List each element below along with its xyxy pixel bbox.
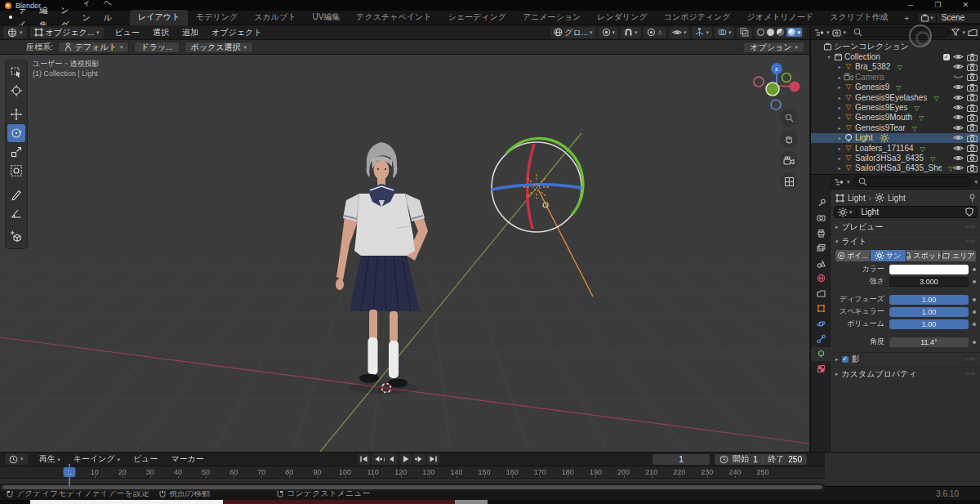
end-frame-value[interactable]: 250 (788, 455, 802, 464)
camera-view-button[interactable] (780, 151, 798, 169)
timeline-menu-playback[interactable]: 再生 ▾ (33, 452, 67, 467)
timeline-scrollbar[interactable] (0, 484, 825, 491)
timeline-editor-type-button[interactable]: ▾ (5, 453, 28, 465)
proportional-editing-toggle[interactable]: ∧ (644, 27, 666, 38)
keyframe-dot[interactable] (973, 280, 976, 283)
perspective-toggle-button[interactable] (780, 172, 798, 190)
scene-selector[interactable]: ▾ Scene ✕ (917, 12, 980, 24)
light-type-point[interactable]: ポイ... (835, 250, 870, 261)
prev-keyframe-button[interactable] (372, 454, 384, 465)
properties-tab-output[interactable] (811, 226, 831, 240)
maximize-button[interactable]: ❐ (934, 0, 941, 11)
properties-tab-view-layer[interactable] (811, 241, 831, 255)
show-gizmos-toggle[interactable]: ▾ (692, 27, 712, 38)
shading-material-button[interactable] (777, 29, 784, 36)
current-frame-field[interactable]: 1 (653, 454, 710, 465)
mode-select[interactable]: オブジェク...▾ (30, 27, 104, 38)
disclosure-triangle-icon[interactable]: ▾ (825, 54, 833, 60)
axis-y-negative[interactable] (782, 74, 791, 83)
properties-tab-scene[interactable] (811, 256, 831, 270)
outliner-filter-id-icon[interactable] (832, 29, 841, 37)
next-keyframe-button[interactable] (413, 454, 425, 465)
properties-tab-physics[interactable] (811, 317, 831, 331)
disable-in-renders-toggle[interactable] (967, 104, 978, 112)
transform-orientation-select[interactable]: グロ...▾ (550, 27, 595, 38)
prev-frame-button[interactable] (385, 454, 398, 465)
disable-in-renders-toggle[interactable] (967, 83, 978, 91)
disable-in-renders-toggle[interactable] (967, 123, 978, 132)
start-frame-value[interactable]: 1 (753, 455, 758, 464)
timeline-menu-marker[interactable]: マーカー (165, 452, 211, 467)
tool-cursor[interactable] (7, 82, 25, 100)
pivot-point-select[interactable]: ▾ (599, 27, 619, 38)
breadcrumb-data[interactable]: Light (888, 194, 906, 203)
zoom-button[interactable] (780, 109, 798, 127)
hide-in-viewport-toggle[interactable] (953, 94, 964, 101)
new-collection-icon[interactable] (968, 29, 978, 37)
disclosure-triangle-icon[interactable]: ▸ (835, 155, 844, 161)
scene-name[interactable]: Scene (937, 13, 980, 22)
disable-in-renders-toggle[interactable] (967, 154, 978, 162)
tool-move[interactable] (7, 105, 25, 123)
jump-to-end-button[interactable] (427, 454, 439, 465)
keyframe-dot[interactable] (973, 323, 976, 326)
shadow-checkbox[interactable]: ✓ (842, 356, 849, 363)
orientation-preset-select[interactable]: デフォルト▾ (58, 42, 130, 53)
disclosure-triangle-icon[interactable]: ▸ (835, 84, 844, 90)
properties-tab-texture[interactable] (811, 362, 831, 376)
disclosure-triangle-icon[interactable]: ▸ (835, 105, 844, 110)
timeline-menu-keying[interactable]: キーイング ▾ (67, 452, 127, 467)
disable-in-renders-toggle[interactable] (967, 53, 978, 61)
tool-rotate[interactable] (7, 124, 25, 142)
tool-measure[interactable] (7, 204, 25, 222)
outliner-row-bra[interactable]: ▸▽Bra_5382▽ (811, 62, 980, 72)
fake-user-shield-icon[interactable] (962, 207, 977, 216)
outliner-row-genesis9[interactable]: ▸▽Genesis9▽ (811, 83, 980, 92)
keyframe-dot[interactable] (973, 298, 976, 301)
filter-funnel-icon[interactable] (951, 29, 960, 36)
drag-mode-select[interactable]: ドラッ... (134, 42, 179, 53)
tool-annotate[interactable] (7, 185, 25, 203)
xray-toggle[interactable] (737, 27, 752, 38)
property-field-color[interactable] (889, 265, 969, 274)
viewport-menu-select[interactable]: 選択 (146, 25, 176, 40)
play-button[interactable] (399, 454, 412, 465)
disable-in-renders-toggle[interactable] (967, 63, 978, 71)
workspace-tab-sculpting[interactable]: スカルプト (246, 10, 304, 25)
axis-z-negative[interactable] (771, 100, 781, 109)
timeline-menu-view[interactable]: ビュー (127, 452, 164, 467)
breadcrumb-object[interactable]: Light (848, 194, 866, 203)
disclosure-triangle-icon[interactable]: ▸ (835, 125, 844, 131)
editor-type-button[interactable]: ▾ (3, 27, 27, 38)
panel-custom-properties[interactable]: ▸カスタムプロパティ══ (831, 367, 980, 380)
properties-tab-constraints[interactable] (811, 332, 831, 346)
shading-rendered-button[interactable]: ▾ (786, 28, 802, 37)
close-button[interactable]: ✕ (962, 0, 969, 11)
hide-in-viewport-toggle[interactable] (953, 74, 964, 81)
disable-in-renders-toggle[interactable] (967, 93, 978, 101)
outliner-row-genesis9-eyes[interactable]: ▸▽Genesis9Eyes▽ (811, 102, 980, 112)
property-field-specular[interactable]: 1.00 (889, 307, 969, 317)
disclosure-triangle-icon[interactable]: ▸ (835, 135, 844, 140)
property-field-diffuse[interactable]: 1.00 (889, 295, 969, 305)
disable-in-renders-toggle[interactable] (967, 73, 978, 81)
outliner-row-scene-collection[interactable]: シーンコレクション (811, 42, 980, 51)
properties-search-input[interactable] (853, 176, 972, 187)
workspace-tab-layout[interactable]: レイアウト (130, 10, 188, 25)
shading-wireframe-button[interactable] (757, 29, 764, 36)
disclosure-triangle-icon[interactable]: ▸ (835, 145, 844, 151)
properties-tab-world[interactable] (811, 271, 831, 285)
outliner-search-input[interactable] (849, 27, 949, 38)
panel-light[interactable]: ▾ライト══ (831, 234, 980, 248)
tool-add-cube[interactable] (7, 228, 25, 246)
scrollbar-handle[interactable] (2, 485, 822, 489)
light-type-spot[interactable]: スポット (906, 250, 941, 261)
rotate-gizmo[interactable] (492, 139, 583, 232)
disclosure-triangle-icon[interactable]: ▸ (835, 114, 844, 120)
outliner-row-genesis9-eyelashes[interactable]: ▸▽Genesis9Eyelashes▽ (811, 92, 980, 102)
workspace-tab-compositing[interactable]: コンポジティング (656, 10, 739, 25)
disclosure-triangle-icon[interactable]: ▸ (835, 74, 844, 80)
axis-x-negative[interactable] (754, 77, 764, 87)
light-name-value[interactable]: Light (857, 207, 962, 216)
viewport-menu-object[interactable]: オブジェクト (205, 25, 268, 40)
